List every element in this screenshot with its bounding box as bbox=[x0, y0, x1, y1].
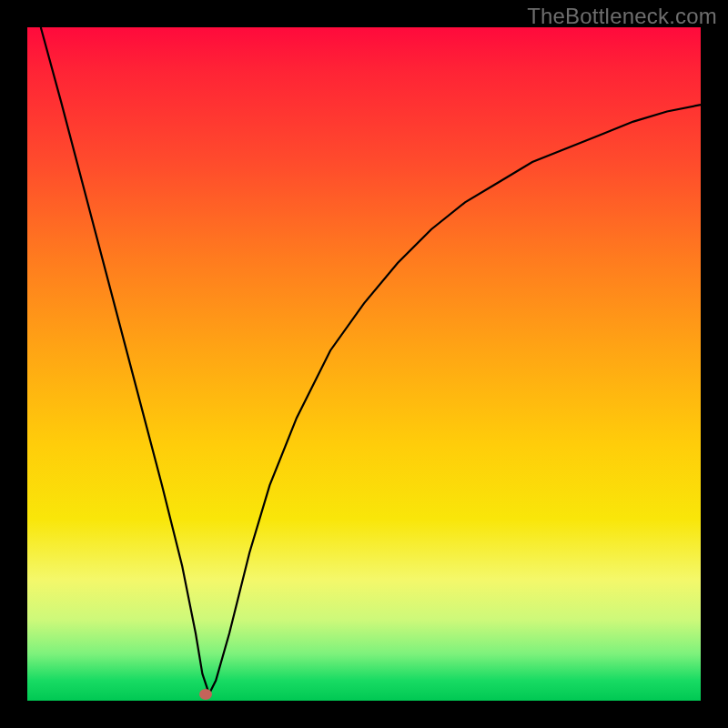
minimum-marker bbox=[199, 689, 212, 700]
bottleneck-curve bbox=[27, 27, 701, 701]
chart-container: TheBottleneck.com bbox=[0, 0, 728, 728]
plot-frame bbox=[27, 27, 701, 701]
curve-path bbox=[41, 27, 701, 694]
watermark-text: TheBottleneck.com bbox=[527, 4, 717, 29]
